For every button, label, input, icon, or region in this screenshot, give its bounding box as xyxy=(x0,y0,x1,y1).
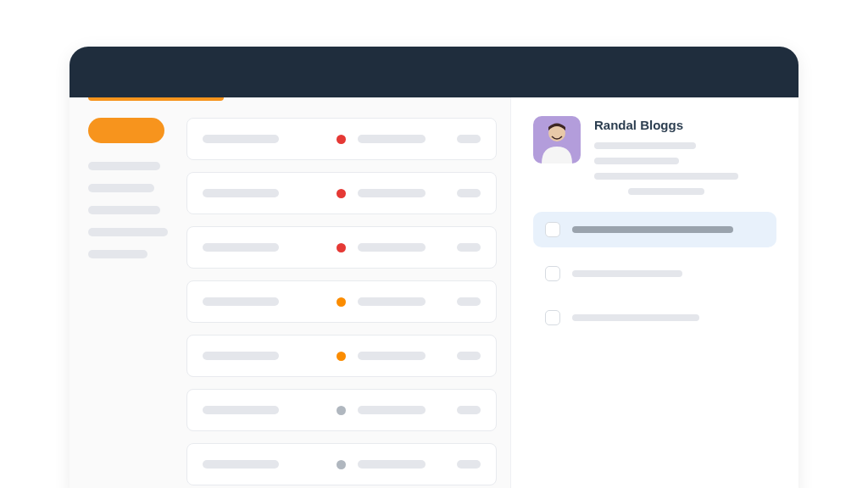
app-body: Randal Bloggs xyxy=(70,97,798,488)
list-row[interactable] xyxy=(186,443,497,485)
task-item[interactable] xyxy=(533,256,776,291)
row-meta-placeholder xyxy=(457,243,481,252)
status-dot xyxy=(337,297,346,307)
task-label-placeholder xyxy=(572,270,682,277)
list-row[interactable] xyxy=(186,389,497,431)
row-title-placeholder xyxy=(203,189,279,197)
checkbox[interactable] xyxy=(545,310,560,325)
profile-info: Randal Bloggs xyxy=(594,116,776,195)
list-row[interactable] xyxy=(186,226,497,269)
titlebar xyxy=(70,47,798,97)
row-meta-placeholder xyxy=(457,406,481,414)
list-row[interactable] xyxy=(186,118,497,160)
status-dot xyxy=(337,460,346,469)
profile-name: Randal Bloggs xyxy=(594,118,776,132)
row-meta-placeholder xyxy=(457,297,481,306)
row-title-placeholder xyxy=(203,297,279,306)
sidebar-item[interactable] xyxy=(88,228,168,236)
row-title-placeholder xyxy=(203,406,279,414)
checkbox[interactable] xyxy=(545,266,560,281)
sidebar xyxy=(70,97,180,488)
profile-detail-line xyxy=(594,173,738,180)
profile-detail-line xyxy=(594,142,696,149)
profile-header: Randal Bloggs xyxy=(533,116,776,195)
canvas: Randal Bloggs xyxy=(0,0,868,488)
row-meta-placeholder xyxy=(457,135,481,143)
status-dot xyxy=(337,189,346,198)
row-status-placeholder xyxy=(358,297,426,306)
sidebar-item[interactable] xyxy=(88,162,160,170)
row-status-placeholder xyxy=(358,406,426,414)
sidebar-nav xyxy=(88,162,166,258)
checkbox[interactable] xyxy=(545,222,560,237)
profile-detail-line xyxy=(628,188,704,195)
detail-panel: Randal Bloggs xyxy=(510,97,798,488)
status-dot xyxy=(337,243,346,252)
row-status-placeholder xyxy=(358,460,426,469)
row-title-placeholder xyxy=(203,352,279,360)
sidebar-item[interactable] xyxy=(88,206,160,214)
status-dot xyxy=(337,352,346,361)
main-list xyxy=(180,97,510,488)
status-dot xyxy=(337,406,346,415)
row-title-placeholder xyxy=(203,460,279,469)
row-status-placeholder xyxy=(358,189,426,197)
list-row[interactable] xyxy=(186,335,497,377)
task-label-placeholder xyxy=(572,314,699,321)
row-meta-placeholder xyxy=(457,352,481,360)
profile-details xyxy=(594,142,776,195)
row-meta-placeholder xyxy=(457,460,481,469)
sidebar-primary-button[interactable] xyxy=(88,118,164,143)
avatar xyxy=(533,116,581,164)
list-row[interactable] xyxy=(186,280,497,323)
task-item[interactable] xyxy=(533,300,776,336)
task-label-placeholder xyxy=(572,226,733,233)
sidebar-item[interactable] xyxy=(88,184,154,192)
row-meta-placeholder xyxy=(457,189,481,197)
app-window: Randal Bloggs xyxy=(70,47,798,488)
list-row[interactable] xyxy=(186,172,497,214)
row-title-placeholder xyxy=(203,135,279,143)
task-item[interactable] xyxy=(533,212,776,247)
active-tab-indicator xyxy=(88,97,224,101)
row-status-placeholder xyxy=(358,352,426,360)
row-status-placeholder xyxy=(358,135,426,143)
sidebar-item[interactable] xyxy=(88,250,147,258)
status-dot xyxy=(337,135,346,144)
row-status-placeholder xyxy=(358,243,426,252)
row-title-placeholder xyxy=(203,243,279,252)
profile-detail-line xyxy=(594,158,679,164)
task-list xyxy=(533,212,776,336)
